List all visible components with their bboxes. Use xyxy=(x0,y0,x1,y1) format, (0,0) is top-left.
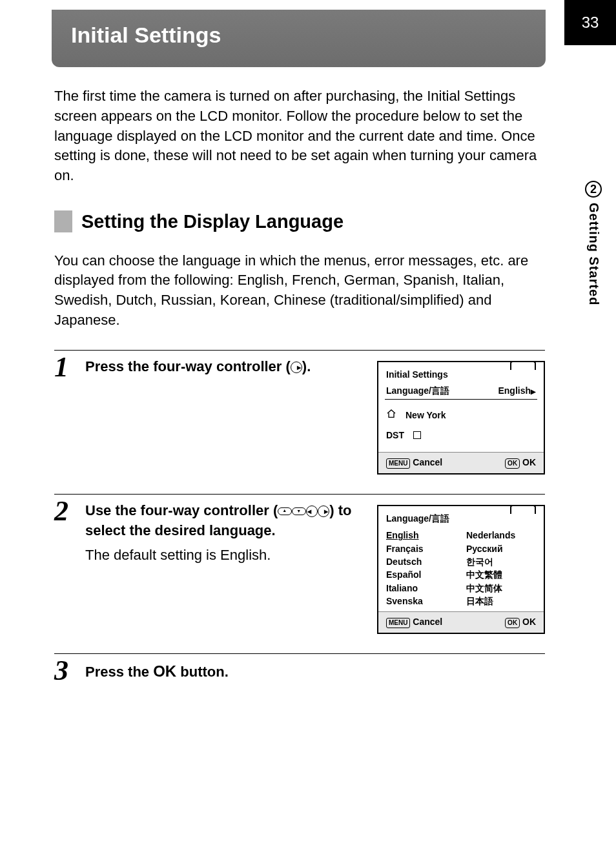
chapter-label: Getting Started xyxy=(586,203,601,305)
controller-up-icon xyxy=(278,507,292,515)
content-area: The first time the camera is turned on a… xyxy=(0,67,616,685)
step-number: 2 xyxy=(54,497,85,634)
lcd-language-label: Language/言語 xyxy=(386,385,449,398)
heading-bar-icon xyxy=(54,210,72,232)
home-icon xyxy=(386,409,396,423)
chapter-number: 2 xyxy=(585,181,602,198)
lang-option: Deutsch xyxy=(386,555,456,568)
step-title: Press the OK button. xyxy=(85,664,229,680)
step-1: 1 Press the four-way controller (). Init… xyxy=(54,350,545,475)
ok-button-label: OK xyxy=(153,662,176,680)
lang-option: Svenska xyxy=(386,595,456,608)
page-number: 33 xyxy=(564,0,616,45)
lcd-footer: MENU Cancel OK OK xyxy=(378,452,544,473)
step-title-text: Press the four-way controller ( xyxy=(85,358,291,374)
lang-option: 한국어 xyxy=(466,555,536,568)
lcd-ok: OK xyxy=(522,457,536,467)
step-title: Use the four-way controller () to select… xyxy=(85,502,351,538)
controller-right-icon xyxy=(318,506,329,517)
controller-right-icon xyxy=(291,362,302,373)
step-number: 3 xyxy=(54,657,85,685)
checkbox-icon xyxy=(413,431,421,439)
intro-paragraph: The first time the camera is turned on a… xyxy=(54,87,545,186)
lcd-cancel: Cancel xyxy=(413,457,442,467)
section-paragraph: You can choose the language in which the… xyxy=(54,251,545,331)
lang-option: Español xyxy=(386,568,456,581)
page-title: Initial Settings xyxy=(52,10,546,67)
section-title: Setting the Display Language xyxy=(81,209,344,235)
lang-option: Nederlands xyxy=(466,529,536,542)
language-grid: English Français Deutsch Español Italian… xyxy=(378,527,544,611)
step-number: 1 xyxy=(54,353,85,475)
lcd-language-menu: Language/言語 English Français Deutsch Esp… xyxy=(377,505,545,634)
lang-option: Italiano xyxy=(386,582,456,595)
step-2: 2 Use the four-way controller () to sele… xyxy=(54,494,545,634)
lcd-footer: MENU Cancel OK OK xyxy=(378,611,544,633)
step-title-text: Press the xyxy=(85,664,153,680)
lcd-language-row: Language/言語 English▶ xyxy=(385,383,537,400)
ok-badge-icon: OK xyxy=(505,618,520,628)
menu-badge-icon: MENU xyxy=(386,458,410,469)
step-title: Press the four-way controller (). xyxy=(85,358,311,374)
side-tab: 2 Getting Started xyxy=(585,181,602,305)
lang-option: 日本語 xyxy=(466,595,536,608)
step-title-text: Use the four-way controller ( xyxy=(85,502,278,518)
step-subtext: The default setting is English. xyxy=(85,546,364,566)
step-title-text: ). xyxy=(302,358,311,374)
controller-down-icon xyxy=(292,507,306,515)
lang-option: English xyxy=(386,529,456,542)
lcd-tab-icon xyxy=(510,505,536,514)
controller-left-icon xyxy=(306,506,318,517)
language-col-1: English Français Deutsch Español Italian… xyxy=(386,529,456,608)
lang-option: 中文繁體 xyxy=(466,568,536,581)
lcd-language-value: English▶ xyxy=(498,385,536,398)
lcd-city: New York xyxy=(406,409,446,422)
ok-badge-icon: OK xyxy=(505,458,520,469)
lcd-dst-label: DST xyxy=(386,429,404,442)
lcd-tab-icon xyxy=(510,361,536,370)
section-heading: Setting the Display Language xyxy=(54,209,545,235)
step-3: 3 Press the OK button. xyxy=(54,653,545,685)
lcd-cancel: Cancel xyxy=(413,617,442,627)
menu-badge-icon: MENU xyxy=(386,618,410,628)
lcd-initial-settings: Initial Settings Language/言語 English▶ Ne… xyxy=(377,361,545,475)
step-title-text: button. xyxy=(176,664,229,680)
lang-option: Français xyxy=(386,542,456,555)
language-col-2: Nederlands Русский 한국어 中文繁體 中文简体 日本語 xyxy=(466,529,536,608)
lang-option: Русский xyxy=(466,542,536,555)
lang-option: 中文简体 xyxy=(466,582,536,595)
lcd-ok: OK xyxy=(522,617,536,627)
